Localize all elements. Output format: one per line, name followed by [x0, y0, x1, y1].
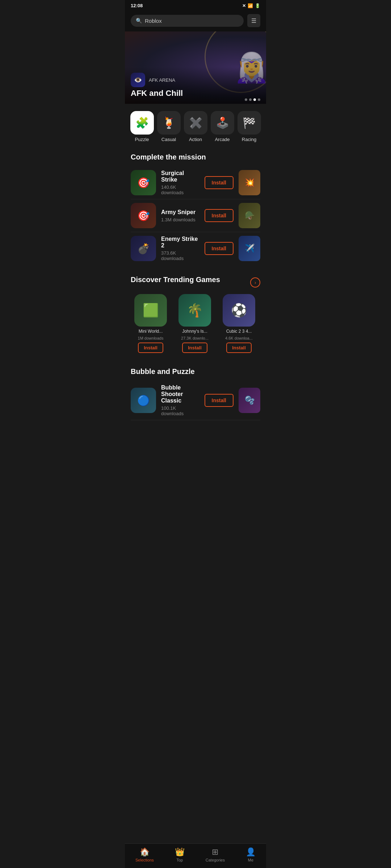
- enemy-thumb-icon: 💣: [137, 243, 150, 255]
- banner-dot-4: [258, 98, 260, 101]
- army-sniper-downloads: 1.3M downloads: [161, 217, 199, 222]
- surgical-strike-install-button[interactable]: Install: [205, 176, 234, 189]
- category-casual[interactable]: 🍹 Casual: [157, 111, 181, 142]
- category-racing[interactable]: 🏁 Racing: [237, 111, 261, 142]
- johnnys-name: Johnny's Is...: [175, 329, 215, 334]
- mission-game-1: 🎯 Surgical Strike 140.6K downloads Insta…: [131, 166, 260, 199]
- bubble-shooter-thumb: 🔵: [131, 388, 156, 413]
- arcade-icon-wrap: 🕹️: [211, 111, 234, 135]
- casual-icon-wrap: 🍹: [157, 111, 181, 135]
- search-list-button[interactable]: ☰: [247, 14, 260, 27]
- banner-app-icon: 👁️: [131, 73, 145, 87]
- action-icon: ✖️: [189, 116, 202, 129]
- puzzle-icon-wrap: 🧩: [130, 111, 154, 135]
- enemy-strike-info: Enemy Strike 2 373.6K downloads: [161, 236, 199, 261]
- banner-app-name: AFK ARENA: [149, 77, 175, 83]
- trending-header: Discover Trending Games ›: [131, 276, 260, 289]
- enemy-strike-thumb: 💣: [131, 236, 156, 261]
- cubic-name: Cubic 2 3 4...: [219, 329, 259, 334]
- trending-game-miniworld: 🟩 Mini World... 1M downloads Install: [131, 294, 171, 353]
- bubble-title: Bubble and Puzzle: [131, 367, 260, 376]
- list-icon: ☰: [251, 17, 256, 24]
- casual-label: Casual: [161, 137, 176, 142]
- banner-dots: [245, 98, 260, 101]
- miniworld-install-button[interactable]: Install: [138, 342, 163, 353]
- sim-icon: ✕: [242, 3, 246, 8]
- banner-dot-3: [253, 98, 256, 101]
- miniworld-name: Mini World...: [131, 329, 171, 334]
- johnnys-install-button[interactable]: Install: [182, 342, 207, 353]
- bubble-shooter-name: Bubble Shooter Classic: [161, 384, 199, 404]
- mission-title: Complete the mission: [131, 153, 260, 161]
- enemy-strike-downloads: 373.6K downloads: [161, 250, 199, 261]
- categories-row: 🧩 Puzzle 🍹 Casual ✖️ Action 🕹️ Arcade 🏁 …: [125, 104, 266, 146]
- miniworld-downloads: 1M downloads: [138, 336, 164, 340]
- search-input[interactable]: Roblox: [145, 18, 162, 24]
- casual-icon: 🍹: [162, 116, 176, 129]
- search-input-wrap[interactable]: 🔍 Roblox: [131, 15, 244, 27]
- miniworld-icon: 🟩: [143, 303, 159, 318]
- bubble-shooter-downloads: 100.1K downloads: [161, 405, 199, 416]
- category-puzzle[interactable]: 🧩 Puzzle: [130, 111, 154, 142]
- surgical-strike-name: Surgical Strike: [161, 170, 199, 183]
- arcade-icon: 🕹️: [216, 116, 229, 129]
- status-time: 12:08: [131, 3, 143, 8]
- cubic-install-button[interactable]: Install: [226, 342, 252, 353]
- army-thumb-icon: 🎯: [137, 210, 150, 222]
- bubble-thumb-icon: 🔵: [137, 395, 150, 407]
- banner-dot-1: [245, 98, 247, 101]
- surgical-strike-side-thumb: 💥: [239, 170, 260, 195]
- puzzle-icon: 🧩: [135, 116, 149, 129]
- search-icon: 🔍: [136, 18, 142, 24]
- island-icon: 🌴: [187, 303, 203, 318]
- trending-game-johnnys: 🌴 Johnny's Is... 27.3K downlo... Install: [175, 294, 215, 353]
- banner[interactable]: 🧝‍♀️ 👁️ AFK ARENA AFK and Chill: [125, 31, 266, 104]
- army-sniper-info: Army Sniper 1.3M downloads: [161, 209, 199, 222]
- helmet-icon: 🪖: [245, 211, 255, 220]
- explosion-icon: 💥: [245, 178, 255, 187]
- enemy-strike-name: Enemy Strike 2: [161, 236, 199, 249]
- enemy-strike-side-thumb: ✈️: [239, 236, 260, 261]
- banner-dot-2: [249, 98, 252, 101]
- search-bar: 🔍 Roblox ☰: [125, 11, 266, 31]
- chevron-right-icon: ›: [255, 280, 256, 285]
- bubble-shooter-info: Bubble Shooter Classic 100.1K downloads: [161, 384, 199, 416]
- action-label: Action: [189, 137, 202, 142]
- enemy-strike-install-button[interactable]: Install: [205, 242, 234, 255]
- bubble-section: Bubble and Puzzle 🔵 Bubble Shooter Class…: [125, 360, 266, 424]
- trending-title: Discover Trending Games: [131, 276, 220, 284]
- mission-section: Complete the mission 🎯 Surgical Strike 1…: [125, 146, 266, 268]
- army-sniper-install-button[interactable]: Install: [205, 209, 234, 222]
- soccer-icon: ⚽: [231, 303, 247, 318]
- trending-game-cubic: ⚽ Cubic 2 3 4... 4.6K downloa... Install: [219, 294, 259, 353]
- cubic-thumb: ⚽: [223, 294, 255, 327]
- banner-tagline: AFK and Chill: [131, 89, 260, 98]
- cubic-downloads: 4.6K downloa...: [225, 336, 253, 340]
- bubble-shooter-install-button[interactable]: Install: [205, 394, 234, 407]
- plane-icon: ✈️: [245, 244, 255, 253]
- bubbles-icon: 🫧: [245, 396, 255, 405]
- johnnys-thumb: 🌴: [178, 294, 211, 327]
- trending-section: Discover Trending Games › 🟩 Mini World..…: [125, 268, 266, 360]
- category-action[interactable]: ✖️ Action: [184, 111, 207, 142]
- eye-icon: 👁️: [134, 76, 142, 84]
- trending-more-button[interactable]: ›: [250, 277, 260, 288]
- status-icons: ✕ 📶 🔋: [242, 3, 260, 8]
- racing-label: Racing: [242, 137, 256, 142]
- army-sniper-side-thumb: 🪖: [239, 203, 260, 228]
- surgical-strike-downloads: 140.6K downloads: [161, 184, 199, 195]
- trending-scroll[interactable]: 🟩 Mini World... 1M downloads Install 🌴 J…: [131, 294, 260, 357]
- category-arcade[interactable]: 🕹️ Arcade: [211, 111, 234, 142]
- army-sniper-thumb: 🎯: [131, 203, 156, 228]
- miniworld-thumb: 🟩: [134, 294, 167, 327]
- surgical-strike-thumb: 🎯: [131, 170, 156, 195]
- surgical-strike-info: Surgical Strike 140.6K downloads: [161, 170, 199, 195]
- racing-icon: 🏁: [243, 116, 256, 129]
- action-icon-wrap: ✖️: [184, 111, 207, 135]
- wifi-icon: 📶: [248, 3, 253, 8]
- status-bar: 12:08 ✕ 📶 🔋: [125, 0, 266, 11]
- army-sniper-name: Army Sniper: [161, 209, 199, 216]
- racing-icon-wrap: 🏁: [237, 111, 261, 135]
- bubble-game-1: 🔵 Bubble Shooter Classic 100.1K download…: [131, 381, 260, 420]
- arcade-label: Arcade: [215, 137, 230, 142]
